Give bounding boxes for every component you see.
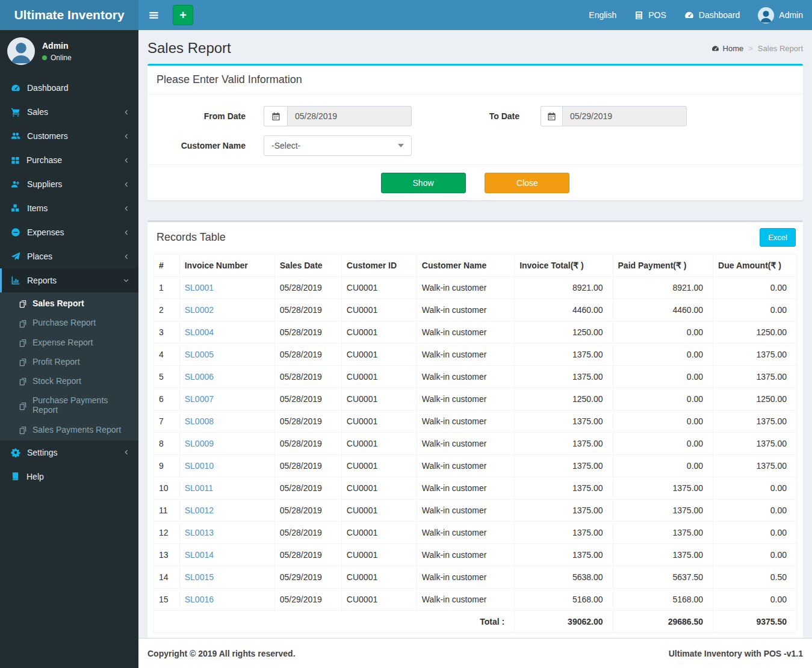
col-header-customer-id: Customer ID (341, 255, 417, 277)
from-date-input[interactable] (287, 106, 412, 126)
cell-customer_id: CU0001 (341, 566, 417, 589)
invoice-link[interactable]: SL0016 (185, 595, 214, 604)
cell-invoice_number: SL0007 (179, 388, 274, 410)
invoice-link[interactable]: SL0007 (185, 394, 214, 404)
sidebar-link-purchase[interactable]: Purchase (0, 148, 138, 172)
cell-invoice_total: 1375.00 (515, 544, 613, 566)
app-logo[interactable]: Ultimate Inventory (0, 0, 138, 30)
sidebar-link-places[interactable]: Places (0, 244, 138, 268)
cell-sales_date: 05/29/2019 (274, 589, 341, 611)
table-row: 7SL000805/28/2019CU0001Walk-in customer1… (154, 410, 797, 433)
cell-paid_payment: 5637.50 (613, 566, 713, 589)
reports-submenu: Sales Report Purchase Report Expense Rep… (0, 292, 138, 441)
invoice-link[interactable]: SL0001 (185, 283, 214, 292)
cell-num: 11 (154, 499, 180, 522)
total-label: Total : (154, 611, 515, 633)
sidebar-link-expenses[interactable]: Expenses (0, 220, 138, 244)
submenu-link-purchase-report[interactable]: Purchase Report (0, 313, 138, 332)
submenu-link-profit-report[interactable]: Profit Report (0, 352, 138, 371)
to-date-calendar-addon[interactable] (541, 106, 562, 126)
sidebar-link-items[interactable]: Items (0, 196, 138, 220)
navbar: + English POS Dashboard Admin (138, 0, 812, 30)
content-area: Sales Report Home > Sales Report Please … (138, 30, 812, 638)
sidebar-link-customers[interactable]: Customers (0, 124, 138, 148)
bar-chart-icon (11, 276, 20, 285)
quick-add-button[interactable]: + (173, 5, 193, 25)
sidebar-link-dashboard[interactable]: Dashboard (0, 76, 138, 100)
invoice-link[interactable]: SL0009 (185, 439, 214, 448)
submenu-link-expense-report[interactable]: Expense Report (0, 333, 138, 352)
cell-customer_id: CU0001 (341, 499, 417, 522)
invoice-link[interactable]: SL0002 (185, 305, 214, 315)
dashboard-link[interactable]: Dashboard (675, 0, 749, 30)
sidebar-item-suppliers: Suppliers (0, 172, 138, 196)
cell-invoice_total: 1375.00 (515, 499, 613, 522)
cell-invoice_number: SL0014 (179, 544, 274, 566)
cell-sales_date: 05/28/2019 (274, 277, 341, 299)
invoice-link[interactable]: SL0015 (185, 572, 214, 582)
submenu-link-sales-report[interactable]: Sales Report (0, 294, 138, 313)
sidebar-link-help[interactable]: Help (0, 465, 138, 489)
invoice-link[interactable]: SL0012 (185, 506, 214, 515)
show-button[interactable]: Show (381, 173, 466, 193)
avatar (758, 7, 774, 23)
excel-export-button[interactable]: Excel (760, 228, 796, 247)
cell-customer_name: Walk-in customer (417, 566, 514, 589)
invoice-link[interactable]: SL0004 (185, 327, 214, 337)
invoice-link[interactable]: SL0010 (185, 461, 214, 471)
sidebar-toggle-button[interactable] (138, 0, 169, 30)
invoice-link[interactable]: SL0011 (185, 483, 213, 493)
col-header-due-amount: Due Amount(₹ ) (713, 255, 797, 277)
language-menu[interactable]: English (580, 0, 625, 30)
breadcrumb-separator: > (748, 44, 753, 53)
cell-customer_name: Walk-in customer (417, 321, 514, 344)
table-row: 1SL000105/28/2019CU0001Walk-in customer8… (154, 277, 797, 299)
pos-link[interactable]: POS (625, 0, 675, 30)
to-date-input[interactable] (562, 106, 687, 126)
cell-paid_payment: 1375.00 (613, 477, 713, 499)
sidebar-link-suppliers[interactable]: Suppliers (0, 172, 138, 196)
cell-invoice_total: 1375.00 (515, 433, 613, 455)
submenu-link-stock-report[interactable]: Stock Report (0, 371, 138, 391)
table-row: 3SL000405/28/2019CU0001Walk-in customer1… (154, 321, 797, 344)
sidebar-link-settings[interactable]: Settings (0, 441, 138, 465)
page-footer: Copyright © 2019 All rights reserved. Ul… (138, 638, 812, 668)
submenu-item-expense-report: Expense Report (0, 333, 138, 352)
pos-label: POS (648, 10, 666, 20)
submenu-link-purchase-payments-report[interactable]: Purchase Payments Report (0, 391, 138, 419)
from-date-calendar-addon[interactable] (264, 106, 287, 126)
cell-customer_name: Walk-in customer (417, 277, 514, 299)
submenu-link-sales-payments-report[interactable]: Sales Payments Report (0, 419, 138, 439)
cell-invoice_total: 1375.00 (515, 366, 613, 388)
cell-customer_id: CU0001 (341, 589, 417, 611)
cell-invoice_total: 5638.00 (515, 566, 613, 589)
cell-paid_payment: 1375.00 (613, 544, 713, 566)
sidebar-item-customers: Customers (0, 124, 138, 148)
col-header-num: # (154, 255, 180, 277)
cart-icon (11, 107, 20, 117)
cell-num: 1 (154, 277, 180, 299)
customer-select[interactable]: -Select- (264, 135, 412, 156)
cell-due_amount: 0.00 (713, 544, 797, 566)
invoice-link[interactable]: SL0013 (185, 528, 214, 537)
user-menu[interactable]: Admin (749, 0, 812, 30)
sidebar-user-panel: Admin Online (0, 30, 138, 73)
version-text: Ultimate Inventory with POS -v1.1 (669, 649, 803, 658)
sidebar-link-sales[interactable]: Sales (0, 100, 138, 124)
cell-invoice_number: SL0011 (179, 477, 274, 499)
close-button[interactable]: Close (485, 173, 569, 193)
breadcrumb-home-link[interactable]: Home (711, 44, 744, 53)
users-icon (11, 131, 20, 141)
total-invoice-total: 39062.00 (515, 611, 613, 633)
sidebar-link-reports[interactable]: Reports (0, 268, 138, 292)
filter-box-title: Please Enter Valid Information (147, 66, 803, 94)
copy-icon (19, 400, 27, 410)
cell-paid_payment: 5168.00 (613, 589, 713, 611)
invoice-link[interactable]: SL0008 (185, 416, 214, 426)
invoice-link[interactable]: SL0005 (185, 350, 214, 359)
invoice-link[interactable]: SL0006 (185, 372, 214, 382)
cell-due_amount: 1375.00 (713, 344, 797, 366)
top-navbar: Ultimate Inventory + English POS Dashboa… (0, 0, 812, 30)
table-row: 8SL000905/28/2019CU0001Walk-in customer1… (154, 433, 797, 455)
invoice-link[interactable]: SL0014 (185, 550, 214, 560)
